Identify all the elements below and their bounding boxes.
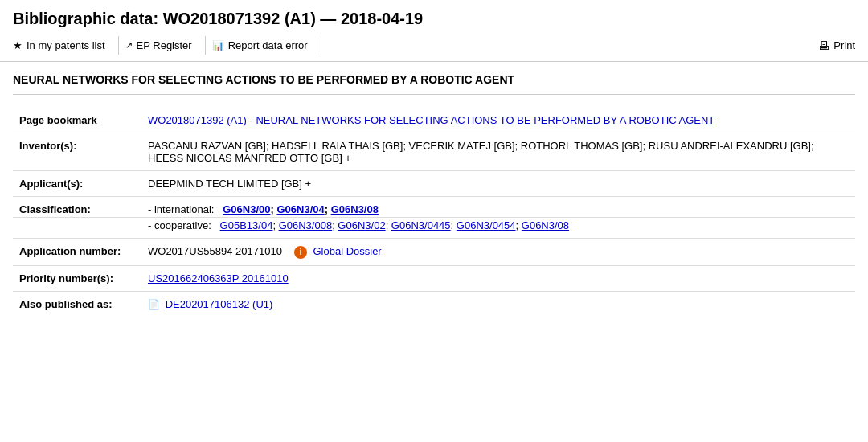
report-error-label: Report data error (228, 39, 308, 51)
bibliographic-table: Page bookmark WO2018071392 (A1) - NEURAL… (13, 108, 855, 317)
toolbar: ★ In my patents list ↗ EP Register 📊 Rep… (13, 36, 855, 55)
info-icon: i (294, 246, 307, 259)
intl-code-1[interactable]: G06N3/00 (223, 203, 270, 215)
classification-intl-value: - international: G06N3/00; G06N3/04; G06… (141, 197, 855, 218)
my-patents-button[interactable]: ★ In my patents list (13, 36, 119, 55)
report-error-button[interactable]: 📊 Report data error (212, 36, 321, 55)
application-number-row: Application number: WO2017US55894 201710… (13, 239, 855, 266)
header-section: Bibliographic data: WO2018071392 (A1) — … (0, 0, 868, 62)
intl-code-2[interactable]: G06N3/04 (276, 203, 324, 215)
star-icon: ★ (13, 39, 23, 51)
ep-register-button[interactable]: ↗ EP Register (125, 36, 206, 55)
page-bookmark-label: Page bookmark (13, 108, 141, 133)
print-label: Print (833, 39, 855, 51)
page-bookmark-link[interactable]: WO2018071392 (A1) - NEURAL NETWORKS FOR … (148, 114, 714, 126)
classification-coop-prefix: - cooperative: (148, 219, 211, 231)
coop-code-1[interactable]: G05B13/04 (220, 219, 273, 231)
classification-intl-prefix: - international: (148, 203, 214, 215)
content-section: NEURAL NETWORKS FOR SELECTING ACTIONS TO… (0, 62, 868, 328)
classification-label: Classification: (13, 197, 141, 218)
priority-number-label: Priority number(s): (13, 265, 141, 291)
also-published-link[interactable]: DE202017106132 (U1) (166, 298, 273, 310)
priority-number-link[interactable]: US201662406363P 20161010 (148, 272, 289, 284)
classification-coop-row: - cooperative: G05B13/04; G06N3/008; G06… (13, 218, 855, 239)
my-patents-label: In my patents list (27, 39, 105, 51)
inventors-label: Inventor(s): (13, 133, 141, 171)
coop-code-4[interactable]: G06N3/0445 (391, 219, 451, 231)
applicants-row: Applicant(s): DEEPMIND TECH LIMITED [GB]… (13, 171, 855, 197)
priority-number-row: Priority number(s): US201662406363P 2016… (13, 265, 855, 291)
application-number-text: WO2017US55894 20171010 (148, 245, 282, 257)
application-number-value: WO2017US55894 20171010 i Global Dossier (141, 239, 855, 266)
page-bookmark-row: Page bookmark WO2018071392 (A1) - NEURAL… (13, 108, 855, 133)
also-published-label: Also published as: (13, 291, 141, 317)
page-wrapper: Bibliographic data: WO2018071392 (A1) — … (0, 0, 868, 442)
print-button[interactable]: 🖶 Print (818, 39, 855, 52)
global-dossier-link[interactable]: Global Dossier (313, 245, 381, 257)
coop-code-2[interactable]: G06N3/008 (279, 219, 333, 231)
classification-coop-value: - cooperative: G05B13/04; G06N3/008; G06… (141, 218, 855, 239)
inventors-value: PASCANU RAZVAN [GB]; HADSELL RAIA THAIS … (141, 133, 855, 171)
applicants-value: DEEPMIND TECH LIMITED [GB] + (141, 171, 855, 197)
invention-title: NEURAL NETWORKS FOR SELECTING ACTIONS TO… (13, 73, 855, 95)
coop-code-3[interactable]: G06N3/02 (338, 219, 385, 231)
page-bookmark-value: WO2018071392 (A1) - NEURAL NETWORKS FOR … (141, 108, 855, 133)
priority-number-value: US201662406363P 20161010 (141, 265, 855, 291)
document-icon: 📄 (148, 299, 160, 310)
intl-code-3[interactable]: G06N3/08 (331, 203, 379, 215)
classification-intl-row: Classification: - international: G06N3/0… (13, 197, 855, 218)
applicants-label: Applicant(s): (13, 171, 141, 197)
arrow-icon: ↗ (125, 40, 133, 51)
printer-icon: 🖶 (818, 39, 829, 52)
inventors-row: Inventor(s): PASCANU RAZVAN [GB]; HADSEL… (13, 133, 855, 171)
classification-coop-label-empty (13, 218, 141, 239)
ep-register-label: EP Register (137, 39, 192, 51)
also-published-row: Also published as: 📄 DE202017106132 (U1) (13, 291, 855, 317)
also-published-value: 📄 DE202017106132 (U1) (141, 291, 855, 317)
application-number-label: Application number: (13, 239, 141, 266)
page-title: Bibliographic data: WO2018071392 (A1) — … (13, 10, 855, 28)
coop-code-5[interactable]: G06N3/0454 (457, 219, 516, 231)
report-icon: 📊 (212, 40, 224, 51)
coop-code-6[interactable]: G06N3/08 (522, 219, 569, 231)
